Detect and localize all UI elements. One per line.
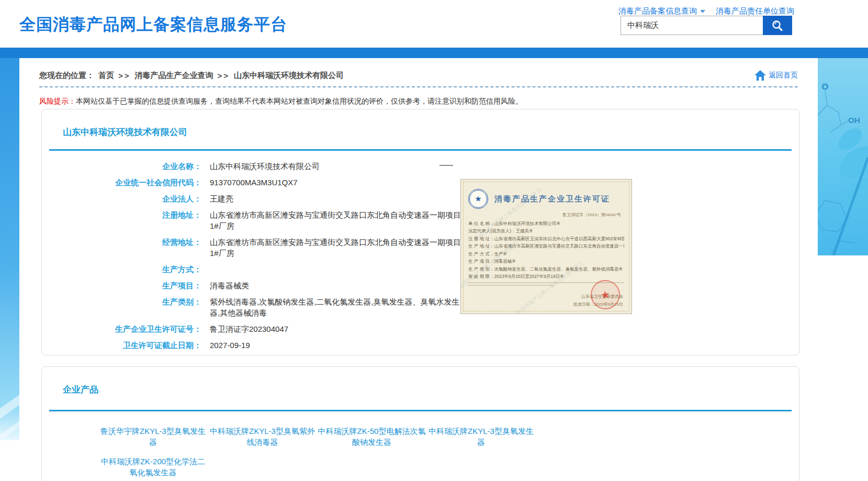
company-products-card: 企业产品 鲁沃华宇牌ZKYL-3型臭氧发生器 中科瑞沃牌ZKYL-3型臭氧紫外线… xyxy=(41,366,799,481)
certificate-number: 鲁卫消证字（2023）第04047号 xyxy=(468,212,621,218)
left-background-decoration xyxy=(0,58,19,440)
field-row-license-expiry-date: 卫生许可证截止日期： 2027-09-19 xyxy=(42,340,799,351)
product-link[interactable]: 中科瑞沃牌ZK-50型电解法次氯酸钠发生器 xyxy=(317,426,426,448)
breadcrumb-current: 山东中科瑞沃环境技术有限公司 xyxy=(234,71,344,81)
field-row-production-project: 生产项目： 消毒器械类 xyxy=(42,280,799,291)
company-card-title: 山东中科瑞沃环境技术有限公司 xyxy=(63,126,187,138)
field-row-production-mode: 生产方式： xyxy=(42,264,799,275)
risk-notice: 风险提示：本网站仅基于已掌握的信息提供查询服务，查询结果不代表本网站对被查询对象… xyxy=(39,97,523,106)
risk-notice-label: 风险提示： xyxy=(39,97,76,105)
field-row-credit-code: 企业统一社会信用代码： 91370700MA3M3U1QX7 xyxy=(42,177,799,188)
right-background-decoration: O OH xyxy=(818,58,868,255)
certificate-line: 生 产 地 址：山东省潍坊市高新区潍安路与宝通街交叉路口东北角自动变速器一期项目… xyxy=(468,242,624,250)
field-row-hygiene-license-no: 生产企业卫生许可证号： 鲁卫消证字202304047 xyxy=(42,323,799,334)
certificate-line: 单 位 名 称：山东中科瑞沃环境技术有限公司※ xyxy=(468,220,624,227)
top-nav: 消毒产品备案信息查询 消毒产品责任单位查询 xyxy=(618,6,794,16)
field-row-registered-address: 注册地址： 山东省潍坊市高新区潍安路与宝通街交叉路口东北角自动变速器一期项目1#… xyxy=(42,209,799,231)
blue-banner-strip xyxy=(0,48,868,58)
certificate-line: 有 效 期 限：2023年9月20日至2027年9月19日※ xyxy=(468,273,624,280)
field-row-business-address: 经营地址： 山东省潍坊市高新区潍安路与宝通街交叉路口东北角自动变速器一期项目1#… xyxy=(42,237,799,259)
field-row-legal-person: 企业法人： 王建亮 xyxy=(42,193,799,204)
certificate-line: 注 册 地 址：山东省潍坊高新区玉清东街以北中心次干道以西高新大厦902室科院※ xyxy=(468,235,624,242)
certificate-line: 生 产 方 式：生产※ xyxy=(468,250,624,258)
site-title: 全国消毒产品网上备案信息服务平台 xyxy=(19,14,287,36)
search-icon xyxy=(771,19,784,32)
molecule-label-oh: OH xyxy=(848,116,860,125)
certificate-line: 生 产 项 目：消毒器械※ xyxy=(468,258,624,265)
nav-link-record-info-query[interactable]: 消毒产品备案信息查询 xyxy=(618,6,705,16)
certificate-top-dash xyxy=(439,165,453,166)
certificate-title: 消毒产品生产企业卫生许可证 xyxy=(494,194,610,204)
breadcrumb: 您现在的位置： 首页 >> 消毒产品生产企业查询 >> 山东中科瑞沃环境技术有限… xyxy=(39,71,344,81)
breadcrumb-separator: >> xyxy=(218,71,230,80)
chevron-down-icon xyxy=(700,10,705,13)
breadcrumb-prefix: 您现在的位置： xyxy=(39,71,94,81)
product-link[interactable]: 中科瑞沃牌ZK-200型化学法二氧化氯发生器 xyxy=(98,456,208,478)
hygiene-license-certificate-image: 全国消毒产品网上备案信息服务平台 全国消毒产品网上备案信息服务平台 全国消毒产品… xyxy=(460,179,632,314)
product-link[interactable]: 中科瑞沃牌ZKYL-3型臭氧紫外线消毒器 xyxy=(208,426,317,448)
product-link[interactable]: 中科瑞沃牌ZKYL-3型臭氧发生器 xyxy=(426,426,536,448)
certificate-line: 生 产 类 别：次氯酸钠发生器、二氧化氯发生器、臭氧发生器、紫外线消毒器※ xyxy=(468,265,624,273)
field-row-production-category: 生产类别： 紫外线消毒器,次氯酸钠发生器,二氧化氯发生器,臭氧发生器、臭氧水发生… xyxy=(42,296,799,318)
products-row-2: 中科瑞沃牌ZK-200型化学法二氧化氯发生器 xyxy=(98,456,208,478)
card-title-underline xyxy=(49,149,792,151)
back-home-link[interactable]: 返回首页 xyxy=(754,70,798,81)
certificate-body: 单 位 名 称：山东中科瑞沃环境技术有限公司※ 法定代表人(或负责人)：王建亮※… xyxy=(468,220,624,281)
content-container: 您现在的位置： 首页 >> 消毒产品生产企业查询 >> 山东中科瑞沃环境技术有限… xyxy=(19,58,818,481)
company-info-card: 山东中科瑞沃环境技术有限公司 企业名称： 山东中科瑞沃环境技术有限公司 企业统一… xyxy=(41,109,799,355)
molecule-label-o: O xyxy=(822,82,828,91)
nav-link-responsible-unit-label: 消毒产品责任单位查询 xyxy=(716,6,794,16)
certificate-line: 法定代表人(或负责人)：王建亮※ xyxy=(468,227,624,234)
search-bar xyxy=(621,16,792,35)
breadcrumb-section[interactable]: 消毒产品生产企业查询 xyxy=(135,71,213,81)
search-input[interactable] xyxy=(621,16,763,35)
product-link[interactable]: 鲁沃华宇牌ZKYL-3型臭氧发生器 xyxy=(98,426,208,448)
back-home-label: 返回首页 xyxy=(769,71,798,80)
card-title-underline xyxy=(49,410,792,411)
products-row-1: 鲁沃华宇牌ZKYL-3型臭氧发生器 中科瑞沃牌ZKYL-3型臭氧紫外线消毒器 中… xyxy=(98,426,536,448)
dashed-divider xyxy=(39,86,798,87)
company-fields: 企业名称： 山东中科瑞沃环境技术有限公司 企业统一社会信用代码： 9137070… xyxy=(42,161,799,356)
molecule-leaf-illustration: O OH xyxy=(818,58,868,255)
products-card-title: 企业产品 xyxy=(63,384,98,396)
breadcrumb-home[interactable]: 首页 xyxy=(98,71,114,81)
nav-link-responsible-unit-query[interactable]: 消毒产品责任单位查询 xyxy=(716,6,794,16)
site-header: 全国消毒产品网上备案信息服务平台 消毒产品备案信息查询 消毒产品责任单位查询 xyxy=(0,0,868,48)
home-icon xyxy=(754,70,766,81)
risk-notice-text: 本网站仅基于已掌握的信息提供查询服务，查询结果不代表本网站对被查询对象信用状况的… xyxy=(76,97,523,105)
breadcrumb-separator: >> xyxy=(118,71,131,80)
national-emblem-icon: ★ xyxy=(468,189,488,209)
field-row-company-name: 企业名称： 山东中科瑞沃环境技术有限公司 xyxy=(42,161,799,172)
nav-link-record-info-label: 消毒产品备案信息查询 xyxy=(618,6,697,16)
search-button[interactable] xyxy=(763,16,792,35)
